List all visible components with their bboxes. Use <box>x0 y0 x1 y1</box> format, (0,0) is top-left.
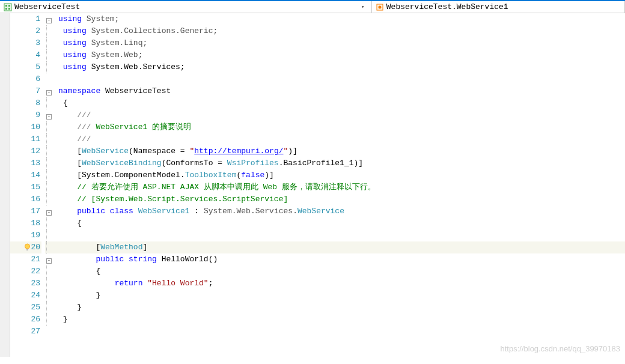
code-line: [System.ComponentModel.ToolboxItem(false… <box>58 169 625 181</box>
fold-toggle[interactable]: - <box>46 90 52 96</box>
svg-point-6 <box>378 5 381 8</box>
code-line <box>58 73 625 85</box>
class-icon <box>376 3 384 11</box>
svg-rect-1 <box>5 5 7 7</box>
svg-rect-3 <box>5 8 7 10</box>
svg-rect-8 <box>26 249 28 250</box>
code-line: using System.Linq; <box>58 37 625 49</box>
fold-column[interactable]: ----- <box>45 13 58 357</box>
line-number: 11 <box>10 133 41 145</box>
code-line: using System.Collections.Generic; <box>58 25 625 37</box>
line-number: 8 <box>10 97 41 109</box>
line-number: 1 <box>10 13 41 25</box>
line-number: 25 <box>10 302 41 314</box>
code-line: public class WebService1 : System.Web.Se… <box>58 205 625 217</box>
fold-toggle[interactable]: - <box>46 258 52 264</box>
code-line: { <box>58 217 625 229</box>
code-editor[interactable]: 1234567891011121314151617181920212223242… <box>0 13 625 357</box>
line-number: 5 <box>10 61 41 73</box>
vertical-scrollbar[interactable] <box>0 13 10 357</box>
csharp-project-icon <box>4 3 12 11</box>
line-number: 10 <box>10 121 41 133</box>
line-number: 13 <box>10 157 41 169</box>
code-line: [WebService(Namespace = "http://tempuri.… <box>58 145 625 157</box>
line-number: 14 <box>10 169 41 181</box>
line-number: 23 <box>10 278 41 290</box>
line-number: 17 <box>10 205 41 217</box>
code-line: public string HelloWorld() <box>58 253 625 265</box>
line-number: 27 <box>10 326 41 338</box>
code-area[interactable]: using System; using System.Collections.G… <box>58 13 625 357</box>
code-line: } <box>58 314 625 326</box>
code-line: using System.Web; <box>58 49 625 61</box>
code-line: namespace WebserviceTest <box>58 85 625 97</box>
code-line: } <box>58 290 625 302</box>
project-label: WebserviceTest <box>14 2 80 11</box>
line-number: 21 <box>10 253 41 265</box>
line-number: 7 <box>10 85 41 97</box>
line-number: 3 <box>10 37 41 49</box>
line-number: 12 <box>10 145 41 157</box>
line-number: 15 <box>10 181 41 193</box>
fold-toggle[interactable]: - <box>46 210 52 216</box>
code-line: // 若要允许使用 ASP.NET AJAX 从脚本中调用此 Web 服务，请取… <box>58 181 625 193</box>
code-line <box>58 326 625 338</box>
line-number: 16 <box>10 193 41 205</box>
line-number: 6 <box>10 73 41 85</box>
chevron-down-icon[interactable]: ▾ <box>358 4 368 10</box>
code-line: /// <box>58 133 625 145</box>
line-number: 19 <box>10 229 41 241</box>
code-line: { <box>58 265 625 278</box>
code-line: using System.Web.Services; <box>58 61 625 73</box>
line-number-gutter: 1234567891011121314151617181920212223242… <box>10 13 45 357</box>
code-line: [WebServiceBinding(ConformsTo = WsiProfi… <box>58 157 625 169</box>
code-line: { <box>58 97 625 109</box>
line-number: 4 <box>10 49 41 61</box>
line-number: 18 <box>10 217 41 229</box>
code-line: /// WebService1 的摘要说明 <box>58 121 625 133</box>
line-number: 26 <box>10 314 41 326</box>
svg-point-7 <box>25 244 30 249</box>
code-line: return "Hello World"; <box>58 278 625 290</box>
line-number: 9 <box>10 109 41 121</box>
lightbulb-icon[interactable] <box>23 243 31 255</box>
fold-toggle[interactable]: - <box>46 114 52 120</box>
code-line: } <box>58 302 625 314</box>
code-line: [WebMethod] <box>58 241 625 253</box>
type-label: WebserviceTest.WebService1 <box>386 2 508 11</box>
project-selector[interactable]: WebserviceTest ▾ <box>0 1 372 13</box>
line-number: 2 <box>10 25 41 37</box>
svg-rect-4 <box>8 8 10 10</box>
breadcrumb-bar: WebserviceTest ▾ WebserviceTest.WebServi… <box>0 0 625 13</box>
svg-rect-2 <box>8 5 10 7</box>
code-line: using System; <box>58 13 625 25</box>
code-line: // [System.Web.Script.Services.ScriptSer… <box>58 193 625 205</box>
fold-toggle[interactable]: - <box>46 18 52 23</box>
type-selector[interactable]: WebserviceTest.WebService1 <box>372 1 625 13</box>
svg-rect-0 <box>4 4 11 11</box>
code-line <box>58 229 625 241</box>
line-number: 22 <box>10 265 41 278</box>
line-number: 24 <box>10 290 41 302</box>
code-line: /// <box>58 109 625 121</box>
